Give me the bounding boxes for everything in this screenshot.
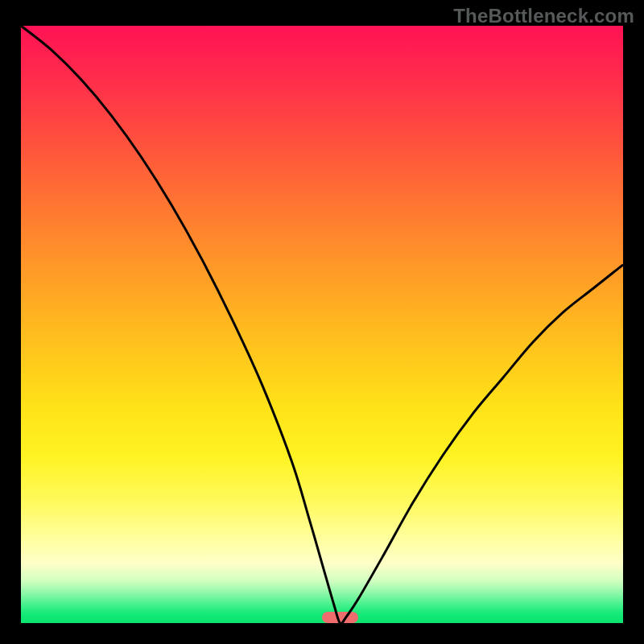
- bottleneck-curve: [21, 26, 623, 623]
- plot-area: [21, 26, 623, 623]
- watermark-text: TheBottleneck.com: [453, 5, 634, 27]
- chart-frame: TheBottleneck.com: [0, 0, 644, 644]
- curve-svg: [21, 26, 623, 623]
